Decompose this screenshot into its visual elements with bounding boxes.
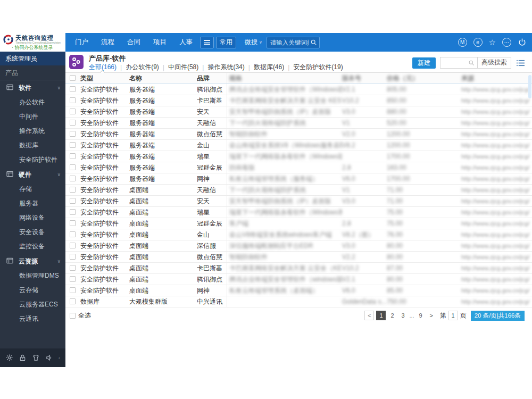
tab-4[interactable]: 数据库(46) [254,63,284,72]
speaker-icon[interactable] [45,354,53,362]
table-row[interactable]: 安全防护软件桌面端冠群金辰客户端2.875.00http://www.zjcg.… [65,218,532,229]
row-checkbox[interactable] [70,120,76,126]
row-checkbox[interactable] [70,276,76,282]
page-button-9[interactable]: 9 [417,311,425,320]
page-button-3[interactable]: 3 [398,311,407,320]
scrollbar-thumb[interactable] [528,75,531,98]
table-row[interactable]: 安全防护软件桌面端深信服深信服终端检测响应平台EDRV3.080.00http:… [65,240,532,252]
row-checkbox[interactable] [70,164,76,170]
favorites-star-icon[interactable]: ☆ [489,38,496,47]
row-checkbox[interactable] [70,86,76,92]
sidebar-item-0-4[interactable]: 安全防护软件 [0,153,65,167]
apps-menu-button[interactable] [200,37,214,48]
table-row[interactable]: 安全防护软件桌面端天融信下一代防火墙终端防护系统V171.00http://ww… [65,185,532,196]
power-icon[interactable] [518,38,527,47]
page-jump-input[interactable]: 1 [448,311,458,320]
messages-m-icon[interactable]: M [458,38,467,47]
nav-item-2[interactable]: 合同 [127,38,140,47]
sidebar-item-0-2[interactable]: 操作系统 [0,124,65,138]
sidebar-item-1-4[interactable]: 监控设备 [0,239,65,254]
oa-login-link[interactable]: · 协同办公系统登录 [0,45,65,51]
tab-3[interactable]: 操作系统(34) [207,63,244,72]
sidebar-item-1-2[interactable]: 网络设备 [0,211,65,225]
row-checkbox[interactable] [70,298,76,304]
table-row[interactable]: 安全防护软件桌面端金山金山V8终端安全系统windows客户端V8.2（图）76… [65,229,532,240]
enterprise-chat-icon[interactable]: e [473,38,483,47]
row-checkbox[interactable] [70,97,76,103]
cell-type: 安全防护软件 [80,106,129,117]
row-checkbox[interactable] [70,287,76,293]
header-checkbox[interactable] [70,75,76,81]
table-row[interactable]: 安全防护软件服务器端天融信下一代防火墙终端防护系统V1520.00http://… [65,118,532,129]
sidebar-item-2-1[interactable]: 云存储 [0,283,65,297]
sidebar-group-0[interactable]: 软件∨ [0,80,65,95]
collapse-arrow-icon[interactable]: ‹ [59,355,60,361]
table-row[interactable]: 安全防护软件服务器端金山金山终端安全系统V8（Windows服务器版）V8.21… [65,140,532,151]
row-checkbox[interactable] [70,254,76,260]
table-search-input[interactable] [440,57,468,68]
lock-icon[interactable] [19,354,27,362]
row-checkbox[interactable] [70,243,76,248]
nav-item-4[interactable]: 人事 [179,38,193,47]
table-row[interactable]: 安全防护软件服务器端冠群金辰防病毒版2.8163.00http://www.zj… [65,162,532,173]
row-checkbox[interactable] [70,265,76,271]
page-button-1[interactable]: 1 [376,311,386,320]
prev-page-button[interactable]: < [364,311,374,320]
table-row[interactable]: 数据库大规模集群版中兴通讯GoldenData s...750.00http:/… [65,296,532,307]
tab-1[interactable]: 办公软件(9) [126,63,159,72]
sidebar-item-1-1[interactable]: 服务器 [0,196,65,211]
row-checkbox[interactable] [70,198,76,204]
table-row[interactable]: 安全防护软件桌面端网神私有云终端管理系统（桌面端）V6.085.00http:/… [65,285,532,296]
page-size-badge[interactable]: 20 条/页|共166条 [471,311,525,321]
row-checkbox[interactable] [70,176,76,181]
sidebar-group-2[interactable]: 云资源∨ [0,254,65,269]
nav-item-0[interactable]: 门户 [75,38,88,47]
sidebar-item-0-1[interactable]: 中间件 [0,110,65,124]
row-checkbox[interactable] [70,231,76,237]
page-button-2[interactable]: 2 [388,311,396,320]
sidebar-item-2-2[interactable]: 云服务器ECS [0,297,65,312]
next-page-button[interactable]: > [427,311,436,320]
sidebar-item-1-3[interactable]: 安全设备 [0,225,65,239]
table-row[interactable]: 安全防护软件服务器端瑞星瑞星下一代网络版杀毒软件（Windows版）1700.0… [65,151,532,162]
sidebar-group-1[interactable]: 硬件∨ [0,167,65,182]
tab-2[interactable]: 中间件(58) [168,63,198,72]
table-row[interactable]: 安全防护软件服务器端网神私有云终端管理系统（服务端）V6.01700.00htt… [65,173,532,185]
sidebar-item-0-3[interactable]: 数据库 [0,138,65,153]
sidebar-item-1-0[interactable]: 存储 [0,182,65,196]
sidebar-section-product[interactable]: 产品 [0,65,65,80]
nav-item-3[interactable]: 项目 [153,38,167,47]
table-row[interactable]: 安全防护软件服务器端安天安天智甲终端防御系统（IP）桌面版V3.0880.00h… [65,106,532,118]
search-scope-dropdown[interactable]: 微搜∨ [245,38,262,47]
row-checkbox[interactable] [70,209,76,215]
table-row[interactable]: 安全防护软件桌面端腾讯御点腾讯企业终端安全管理软件（windows版）· V2.… [65,274,532,285]
sidebar-item-0-0[interactable]: 办公软件 [0,95,65,110]
row-checkbox[interactable] [70,142,76,148]
table-search-icon[interactable] [468,60,475,66]
sidebar-item-2-3[interactable]: 云通讯 [0,312,65,326]
row-checkbox[interactable] [70,220,76,226]
nav-item-1[interactable]: 流程 [101,38,114,47]
theme-shirt-icon[interactable] [32,354,40,362]
table-row[interactable]: 安全防护软件服务器端卡巴斯基卡巴斯基网络安全解决方案 云安全 KES...V10… [65,95,532,106]
table-row[interactable]: 安全防护软件桌面端卡巴斯基卡巴斯基网络安全解决方案 云安全（KES）· KES.… [65,263,532,274]
select-all-checkbox[interactable] [70,313,76,319]
favorites-menu-button[interactable]: 常用 [216,37,236,48]
row-checkbox[interactable] [70,153,76,159]
search-icon[interactable] [310,39,318,46]
row-checkbox[interactable] [70,131,76,137]
table-row[interactable]: 安全防护软件服务器端腾讯御点腾讯企业终端安全管理软件（Windows版）V2.1… [65,84,532,95]
sidebar-item-2-0[interactable]: 数据管理DMS [0,269,65,283]
table-row[interactable]: 安全防护软件桌面端瑞星瑞星下一代网络版杀毒软件（Windows客户端）75.00… [65,207,532,218]
new-button[interactable]: 新建 [412,57,436,69]
advanced-search-button[interactable]: 高级搜索 [477,57,511,69]
more-icon[interactable]: ⋯ [502,38,511,47]
tab-5[interactable]: 安全防护软件(19) [293,63,343,72]
list-view-toggle-icon[interactable] [517,60,525,66]
table-row[interactable]: 安全防护软件桌面端微点佰慧智能防御软件V2.280.00http://www.z… [65,252,532,263]
settings-gear-icon[interactable] [5,354,13,362]
row-checkbox[interactable] [70,187,76,193]
table-row[interactable]: 安全防护软件桌面端安天安天智甲终端防御系统（IP）桌面版V3.071.00htt… [65,196,532,207]
row-checkbox[interactable] [70,109,76,114]
table-row[interactable]: 安全防护软件服务器端微点佰慧智能防御软件V2.01200.00http://ww… [65,129,532,140]
